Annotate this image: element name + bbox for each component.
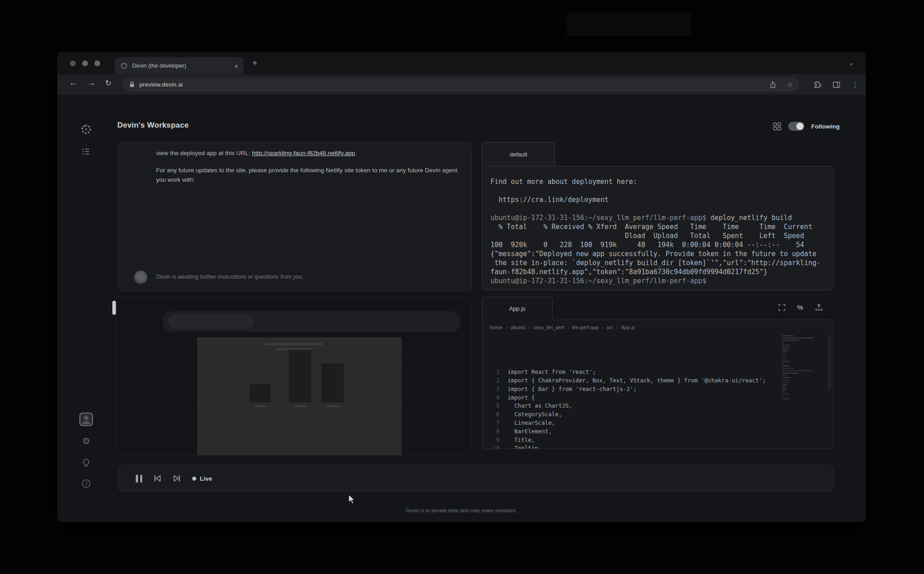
minimap-line bbox=[782, 361, 790, 362]
grid-view-icon[interactable] bbox=[773, 122, 781, 131]
extensions-puzzle-icon[interactable] bbox=[813, 80, 822, 89]
browser-tab[interactable]: Devin (the developer) × bbox=[115, 57, 244, 74]
minimap[interactable] bbox=[782, 335, 817, 400]
chat-message-paragraph: For any future updates to the site, plea… bbox=[156, 166, 458, 185]
editor-scrollbar[interactable] bbox=[828, 335, 831, 389]
window-controls[interactable] bbox=[70, 60, 100, 66]
panel-drag-handle[interactable] bbox=[112, 301, 116, 315]
bookmark-star-icon[interactable]: ☆ bbox=[787, 80, 793, 89]
tab-list-chevron-icon[interactable]: ⌄ bbox=[848, 59, 854, 67]
terminal-tab-default[interactable]: default bbox=[482, 142, 555, 166]
following-label: Following bbox=[811, 123, 840, 130]
devin-status-text: Devin is awaiting further instructions o… bbox=[156, 273, 304, 281]
breadcrumb-item[interactable]: llm-perf-app bbox=[572, 325, 599, 330]
breadcrumb-item[interactable]: App.js bbox=[621, 325, 635, 330]
minimap-line bbox=[782, 382, 788, 383]
browser-preview-panel[interactable] bbox=[115, 297, 472, 455]
lightbulb-icon[interactable] bbox=[82, 458, 91, 468]
skip-forward-button[interactable] bbox=[173, 474, 181, 482]
minimap-line bbox=[782, 335, 794, 336]
terminal-line bbox=[490, 204, 826, 213]
tab-strip: Devin (the developer) × + ⌄ bbox=[57, 52, 866, 74]
forward-button[interactable]: → bbox=[87, 78, 96, 88]
export-icon[interactable] bbox=[815, 303, 823, 311]
deployed-app-screenshot bbox=[197, 337, 402, 455]
skeleton-bar bbox=[289, 350, 311, 403]
fullscreen-icon[interactable] bbox=[778, 304, 785, 311]
minimap-line bbox=[782, 372, 799, 374]
skeleton-bar bbox=[249, 384, 271, 403]
terminal-line: Dload Upload Total Spent Left Speed bbox=[490, 231, 826, 240]
back-button[interactable]: ← bbox=[69, 78, 78, 88]
minimap-line bbox=[782, 340, 799, 341]
tab-close-icon[interactable]: × bbox=[234, 63, 238, 69]
new-tab-button[interactable]: + bbox=[252, 58, 258, 69]
skeleton-axis-label bbox=[255, 405, 267, 407]
minimap-line bbox=[782, 375, 785, 376]
minimap-line bbox=[782, 351, 788, 353]
help-icon[interactable]: ? bbox=[82, 479, 91, 488]
code-line: 7 LinearScale, bbox=[482, 419, 833, 427]
minimap-line bbox=[782, 349, 788, 350]
live-label: Live bbox=[200, 475, 212, 482]
tab-favicon-devin-logo-icon bbox=[120, 62, 128, 69]
user-avatar[interactable] bbox=[79, 413, 93, 426]
disclaimer-text: Devin is in private beta and may make mi… bbox=[57, 508, 866, 513]
deployed-app-link[interactable]: http://sparkling-faun-f82b48.netlify.app bbox=[252, 150, 355, 156]
percent-icon[interactable]: % bbox=[797, 303, 803, 311]
live-indicator[interactable]: Live bbox=[192, 475, 212, 482]
code-editor-panel: App.js % home›ubuntu›sexy_llm_perf›llm-p… bbox=[482, 297, 834, 449]
devin-avatar bbox=[134, 271, 148, 284]
breadcrumb-item[interactable]: home bbox=[490, 325, 503, 330]
share-icon[interactable] bbox=[769, 81, 777, 89]
devin-logo-icon[interactable] bbox=[80, 124, 92, 135]
minimap-line bbox=[782, 398, 790, 400]
terminal-line: ubuntu@ip-172-31-31-156:~/sexy_llm_perf/… bbox=[490, 213, 826, 222]
breadcrumb-item[interactable]: src bbox=[606, 325, 613, 330]
breadcrumb-item[interactable]: ubuntu bbox=[510, 325, 526, 330]
breadcrumb-item[interactable]: sexy_llm_perf bbox=[534, 325, 564, 330]
code-line: 9 Title, bbox=[482, 436, 833, 445]
terminal-line: % Total % Received % Xferd Average Speed… bbox=[490, 222, 826, 231]
chat-message-line: view the deployed app at this URL: http:… bbox=[156, 149, 458, 158]
terminal-line: 100 920k 0 228 100 919k 48 194k 0:00:04 … bbox=[490, 240, 826, 249]
reload-button[interactable]: ↻ bbox=[105, 78, 111, 88]
minimap-line bbox=[782, 377, 790, 378]
minimap-line bbox=[782, 394, 790, 395]
terminal-line: Find out more about deployment here: bbox=[490, 177, 826, 186]
window-zoom-button[interactable] bbox=[94, 60, 100, 66]
address-bar[interactable]: preview.devin.ai ☆ bbox=[123, 78, 799, 92]
browser-menu-kebab-icon[interactable]: ⋮ bbox=[851, 80, 859, 89]
minimap-line bbox=[782, 368, 794, 369]
editor-tab-appjs[interactable]: App.js bbox=[482, 297, 553, 320]
lock-icon[interactable] bbox=[129, 81, 135, 88]
following-toggle[interactable] bbox=[788, 122, 804, 131]
settings-gear-icon[interactable]: ⚙ bbox=[82, 436, 90, 446]
toggle-knob bbox=[796, 123, 804, 130]
minimap-line bbox=[782, 380, 789, 381]
desktop-background: Devin (the developer) × + ⌄ ← → ↻ previe… bbox=[0, 0, 924, 574]
page-title: Devin's Workspace bbox=[117, 121, 189, 130]
terminal-output[interactable]: Find out more about deployment here: htt… bbox=[482, 166, 834, 290]
playback-bar: Live bbox=[118, 465, 834, 491]
minimap-line bbox=[782, 347, 789, 348]
code-line: 3import { Bar } from 'react-chartjs-2'; bbox=[482, 385, 833, 394]
sidebar-task-list-icon[interactable] bbox=[82, 147, 91, 156]
minimap-line bbox=[782, 344, 790, 346]
pause-button[interactable] bbox=[136, 475, 142, 482]
breadcrumb[interactable]: home›ubuntu›sexy_llm_perf›llm-perf-app›s… bbox=[482, 320, 833, 334]
window-minimize-button[interactable] bbox=[82, 60, 88, 66]
minimap-line bbox=[782, 358, 786, 360]
code-line: 8 BarElement, bbox=[482, 427, 833, 436]
minimap-line bbox=[782, 389, 786, 390]
window-close-button[interactable] bbox=[70, 60, 76, 66]
terminal-line: the site in-place: `deploy_netlify build… bbox=[490, 258, 826, 267]
code-line: 4import { bbox=[482, 394, 833, 402]
side-panel-icon[interactable] bbox=[832, 81, 841, 89]
code-area[interactable]: 1import React from 'react';2import { Cha… bbox=[482, 334, 833, 449]
terminal-line bbox=[490, 186, 826, 195]
skip-back-button[interactable] bbox=[153, 474, 162, 482]
url-text[interactable]: preview.devin.ai bbox=[139, 81, 769, 88]
app-sidebar: ⚙ ? bbox=[57, 95, 110, 522]
breadcrumb-separator: › bbox=[567, 325, 569, 330]
